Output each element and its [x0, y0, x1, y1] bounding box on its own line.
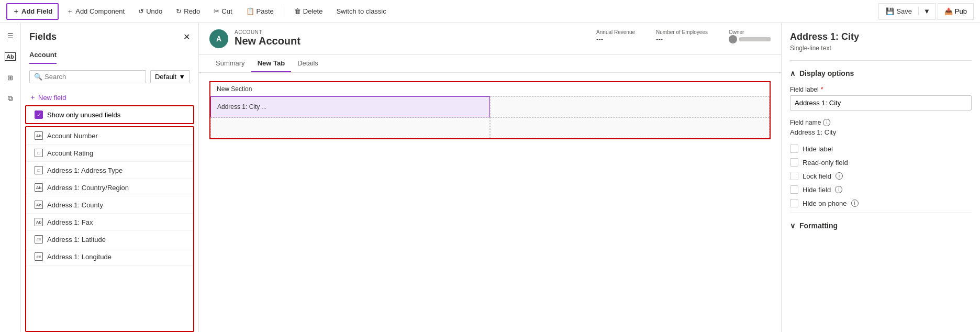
account-name: New Account	[235, 35, 300, 47]
menu-icon: ☰	[7, 32, 14, 40]
add-component-button[interactable]: ＋ Add Component	[61, 4, 130, 19]
list-field-icon: □	[35, 166, 43, 174]
paste-button[interactable]: 📋 Paste	[240, 4, 280, 18]
hide-field-row: Hide field i	[790, 185, 972, 194]
switch-classic-button[interactable]: Switch to classic	[330, 4, 392, 18]
toolbar: ＋ Add Field ＋ Add Component ↺ Undo ↻ Red…	[0, 0, 980, 23]
number-field-icon: ##	[35, 235, 43, 244]
save-main-button[interactable]: 💾 Save	[879, 7, 919, 16]
lock-field-checkbox[interactable]	[790, 172, 798, 180]
field-label-input[interactable]	[790, 95, 972, 110]
add-field-button[interactable]: ＋ Add Field	[6, 3, 59, 20]
account-info: ACCOUNT New Account	[235, 29, 300, 47]
show-unused-checkbox[interactable]: Show only unused fields	[25, 105, 194, 124]
search-input[interactable]	[44, 73, 141, 81]
redo-button[interactable]: ↻ Redo	[170, 4, 206, 18]
empty-field-cell	[490, 96, 770, 117]
text-field-icon: Ab	[35, 183, 43, 192]
hide-phone-row: Hide on phone i	[790, 199, 972, 207]
employees-label: Number of Employees	[656, 29, 708, 35]
annual-revenue-field: Annual Revenue ---	[596, 29, 635, 43]
display-options-header[interactable]: ∧ Display options	[790, 69, 972, 78]
checkbox-checked-icon	[35, 110, 43, 119]
tab-account[interactable]: Account	[29, 47, 57, 64]
search-box: 🔍	[29, 70, 146, 83]
publish-button[interactable]: 📤 Pub	[938, 3, 974, 20]
field-label-title: Field label *	[790, 86, 972, 93]
required-indicator: *	[821, 86, 823, 93]
header-fields: Annual Revenue --- Number of Employees -…	[596, 29, 771, 43]
field-item-longitude[interactable]: ## Address 1: Longitude	[26, 248, 193, 265]
text-field-icon: Ab	[35, 218, 43, 226]
chevron-down-icon: ∨	[790, 222, 795, 230]
menu-icon-button[interactable]: ☰	[2, 27, 19, 44]
text-field-icon: Ab	[35, 201, 43, 209]
formatting-header[interactable]: ∨ Formatting	[790, 222, 972, 230]
hide-field-checkbox[interactable]	[790, 185, 798, 194]
lock-info-icon: i	[836, 172, 843, 180]
section-header: New Section	[210, 82, 770, 96]
empty-cell-2	[490, 117, 770, 138]
toolbar-separator	[284, 6, 284, 17]
employees-field: Number of Employees ---	[656, 29, 708, 43]
chevron-down-icon: ▼	[179, 73, 185, 81]
hide-phone-text: Hide on phone	[803, 200, 847, 207]
rp-divider	[790, 60, 972, 61]
grid-icon-button[interactable]: ⊞	[2, 69, 19, 86]
read-only-text: Read-only field	[803, 159, 848, 167]
field-item-account-number[interactable]: Ab Account Number	[26, 127, 193, 145]
close-panel-button[interactable]: ✕	[183, 32, 190, 42]
form-header: A ACCOUNT New Account Annual Revenue ---…	[199, 23, 781, 55]
form-section: New Section Address 1: City ...	[209, 81, 771, 139]
chevron-up-icon: ∧	[790, 69, 795, 78]
text-field-icon: Ab	[35, 131, 43, 140]
default-dropdown[interactable]: Default ▼	[150, 70, 190, 83]
owner-name-placeholder	[739, 37, 771, 41]
delete-button[interactable]: 🗑 Delete	[288, 4, 329, 18]
tab-new-tab[interactable]: New Tab	[251, 55, 292, 72]
search-icon: 🔍	[34, 73, 42, 81]
save-icon: 💾	[886, 7, 894, 15]
owner-value	[729, 35, 771, 43]
right-panel: Address 1: City Single-line text ∧ Displ…	[781, 23, 980, 332]
list-field-icon: □	[35, 149, 43, 157]
empty-cell-1	[210, 117, 490, 138]
text-icon-button[interactable]: Ab	[2, 48, 19, 65]
form-body: New Section Address 1: City ...	[199, 73, 781, 152]
field-item-address-type[interactable]: □ Address 1: Address Type	[26, 162, 193, 179]
fields-search-area: 🔍 Default ▼	[21, 64, 198, 90]
publish-icon: 📤	[944, 7, 953, 15]
field-name-value: Address 1: City	[790, 128, 972, 136]
annual-revenue-value: ---	[596, 35, 635, 43]
hide-field-text: Hide field	[803, 186, 831, 194]
field-item-latitude[interactable]: ## Address 1: Latitude	[26, 231, 193, 248]
hide-label-checkbox[interactable]	[790, 145, 798, 153]
tab-summary[interactable]: Summary	[209, 55, 251, 72]
plus-icon: ＋	[29, 93, 36, 102]
selected-field-cell[interactable]: Address 1: City ...	[210, 96, 490, 117]
owner-label: Owner	[729, 29, 771, 35]
field-item-county[interactable]: Ab Address 1: County	[26, 196, 193, 214]
delete-icon: 🗑	[294, 7, 301, 15]
account-type-label: ACCOUNT	[235, 29, 300, 35]
fields-tab-bar: Account	[21, 42, 198, 64]
read-only-checkbox[interactable]	[790, 158, 798, 167]
undo-icon: ↺	[138, 7, 144, 15]
field-item-country[interactable]: Ab Address 1: Country/Region	[26, 179, 193, 196]
chevron-down-icon: ▼	[923, 7, 930, 15]
redo-icon: ↻	[176, 7, 182, 15]
cut-button[interactable]: ✂ Cut	[208, 4, 238, 18]
hide-label-text: Hide label	[803, 145, 833, 153]
annual-revenue-label: Annual Revenue	[596, 29, 635, 35]
tab-details[interactable]: Details	[291, 55, 325, 72]
hide-phone-checkbox[interactable]	[790, 199, 798, 207]
new-field-button[interactable]: ＋ New field	[21, 90, 198, 105]
undo-button[interactable]: ↺ Undo	[132, 4, 168, 18]
save-dropdown-button[interactable]: ▼	[919, 7, 935, 16]
main-layout: ☰ Ab ⊞ ⧉ Fields ✕ Account 🔍 Default ▼	[0, 23, 980, 332]
layers-icon-button[interactable]: ⧉	[2, 90, 19, 107]
hide-label-row: Hide label	[790, 145, 972, 153]
field-item-account-rating[interactable]: □ Account Rating	[26, 145, 193, 162]
field-item-fax[interactable]: Ab Address 1: Fax	[26, 214, 193, 231]
cell-dots: ...	[262, 104, 266, 110]
